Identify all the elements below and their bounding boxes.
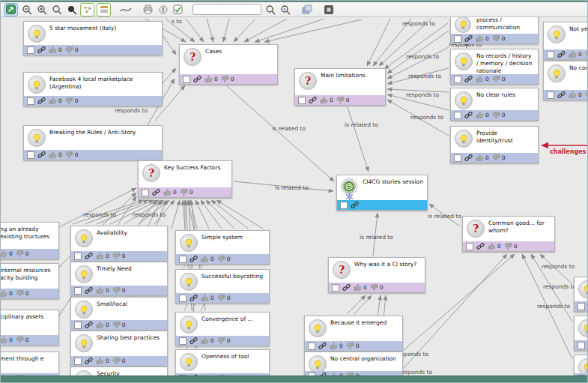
select-checkbox[interactable] xyxy=(74,287,82,295)
thumbs-up-icon[interactable] xyxy=(96,321,104,329)
thumbs-down-icon[interactable] xyxy=(370,283,378,292)
select-checkbox[interactable] xyxy=(179,337,187,345)
thumbs-up-icon[interactable] xyxy=(476,75,484,83)
thumbs-up-icon[interactable] xyxy=(201,337,209,345)
thumbs-down-icon[interactable] xyxy=(16,250,24,258)
select-checkbox[interactable] xyxy=(454,112,461,119)
thumbs-up-icon[interactable] xyxy=(49,46,57,54)
node-because-it-emerged[interactable]: Because it emerged 00 xyxy=(304,316,403,352)
select-checkbox[interactable] xyxy=(332,284,339,292)
node-process-communication[interactable]: process / communication 00 xyxy=(450,13,539,44)
thumbs-down-icon[interactable] xyxy=(585,91,588,99)
zoom-area-button[interactable] xyxy=(65,4,78,16)
text-view-toggle-button[interactable] xyxy=(97,3,111,16)
thumbs-down-icon[interactable] xyxy=(65,151,73,159)
thumbs-down-icon[interactable] xyxy=(492,34,500,43)
link-icon[interactable] xyxy=(85,286,93,295)
curve-link-tool-button[interactable] xyxy=(120,4,133,16)
thumbs-up-icon[interactable] xyxy=(476,34,484,43)
link-icon[interactable] xyxy=(351,201,359,209)
thumbs-down-icon[interactable] xyxy=(585,50,588,58)
thumbs-up-icon[interactable] xyxy=(201,255,209,263)
thumbs-down-icon[interactable] xyxy=(112,357,121,365)
thumbs-up-icon[interactable] xyxy=(330,342,338,350)
link-icon[interactable] xyxy=(193,75,201,83)
link-icon[interactable] xyxy=(464,154,473,162)
node-right-edge-1[interactable]: 0 xyxy=(574,277,588,312)
thumbs-down-icon[interactable] xyxy=(217,337,225,345)
thumbs-up-icon[interactable] xyxy=(0,250,7,258)
link-icon[interactable] xyxy=(476,242,485,250)
node-no-records-history[interactable]: No records / history / memory / decision… xyxy=(450,49,539,85)
thumbs-down-icon[interactable] xyxy=(112,286,121,295)
thumbs-down-icon[interactable] xyxy=(16,289,24,298)
layers-icon[interactable] xyxy=(300,4,313,16)
node-small-local[interactable]: Small/local 00 xyxy=(70,297,168,331)
node-ci4cg-stories-session[interactable]: CI4CG stories session xyxy=(336,175,428,211)
link-icon[interactable] xyxy=(37,46,46,54)
thumbs-up-icon[interactable] xyxy=(476,111,484,119)
thumbs-up-icon[interactable] xyxy=(204,75,213,83)
link-icon[interactable] xyxy=(190,255,198,263)
node-cases[interactable]: ? Cases 00 xyxy=(179,44,278,85)
thumbs-up-icon[interactable] xyxy=(0,289,7,298)
thumbs-up-icon[interactable] xyxy=(0,336,7,344)
zoom-reset-button[interactable] xyxy=(50,4,63,16)
search-input[interactable] xyxy=(193,4,261,15)
map-view-toggle-button[interactable] xyxy=(80,3,94,16)
node-why-ci-story[interactable]: ? Why was it a CI story? 00 xyxy=(328,257,425,293)
select-all-button[interactable] xyxy=(172,4,184,16)
thumbs-down-icon[interactable] xyxy=(217,255,225,263)
link-icon[interactable] xyxy=(85,357,93,365)
zoom-in-button[interactable] xyxy=(35,4,48,16)
thumbs-up-icon[interactable] xyxy=(201,294,209,302)
thumbs-up-icon[interactable] xyxy=(96,252,104,260)
link-icon[interactable] xyxy=(85,252,93,260)
node-simple-system[interactable]: Simple system 00 xyxy=(175,230,270,265)
thumbs-down-icon[interactable] xyxy=(221,75,229,83)
thumbs-up-icon[interactable] xyxy=(96,357,104,365)
thumbs-down-icon[interactable] xyxy=(492,75,500,83)
node-already-existing-structures[interactable]: ng on already existing tructures 00 xyxy=(0,222,59,259)
select-checkbox[interactable] xyxy=(547,51,554,58)
link-icon[interactable] xyxy=(557,50,566,58)
thumbs-up-icon[interactable] xyxy=(354,283,362,292)
node-internal-resources[interactable]: internal resources acity building 00 xyxy=(0,263,59,299)
link-icon[interactable] xyxy=(318,342,327,350)
link-icon[interactable] xyxy=(464,75,473,83)
node-right-edge-2[interactable]: 0 xyxy=(574,316,588,351)
select-checkbox[interactable] xyxy=(27,97,34,105)
link-icon[interactable] xyxy=(37,97,46,105)
link-icon[interactable] xyxy=(190,294,198,302)
link-icon[interactable] xyxy=(190,337,198,345)
select-checkbox[interactable] xyxy=(308,343,315,350)
thumbs-down-icon[interactable] xyxy=(16,336,24,344)
pan-tool-button[interactable] xyxy=(4,3,18,16)
select-checkbox[interactable] xyxy=(454,76,461,83)
select-checkbox[interactable] xyxy=(340,202,348,209)
thumbs-down-icon[interactable] xyxy=(65,46,73,54)
select-checkbox[interactable] xyxy=(179,256,187,263)
node-breaking-the-rules[interactable]: Breaking the Rules / Anti-Story 00 xyxy=(23,125,163,160)
link-icon[interactable] xyxy=(37,151,46,159)
link-icon[interactable] xyxy=(152,188,160,196)
node-provide-identity-trust[interactable]: Provide identity/trust 00 xyxy=(450,126,539,163)
thumbs-up-icon[interactable] xyxy=(49,151,57,159)
select-checkbox[interactable] xyxy=(454,35,461,43)
thumbs-up-icon[interactable] xyxy=(569,91,577,99)
node-sharing-best-practices[interactable]: Sharing best practices 00 xyxy=(70,331,168,367)
link-icon[interactable] xyxy=(464,111,473,119)
thumbs-up-icon[interactable] xyxy=(320,96,328,104)
link-icon[interactable] xyxy=(309,96,317,104)
thumbs-down-icon[interactable] xyxy=(492,111,500,119)
node-no-core[interactable]: No core &amp; g 00 xyxy=(543,61,588,100)
select-checkbox[interactable] xyxy=(74,358,82,365)
node-key-success-factors[interactable]: ? Key Success Factors 00 xyxy=(138,160,232,198)
thumbs-up-icon[interactable] xyxy=(163,188,172,196)
select-checkbox[interactable] xyxy=(466,243,473,250)
node-convergence[interactable]: Convergence of ... 00 xyxy=(175,312,270,346)
node-disciplinary-assets[interactable]: ciplinary assets 00 xyxy=(0,310,59,346)
thumbs-down-icon[interactable] xyxy=(346,342,354,350)
select-checkbox[interactable] xyxy=(74,253,82,260)
link-icon[interactable] xyxy=(85,321,93,329)
